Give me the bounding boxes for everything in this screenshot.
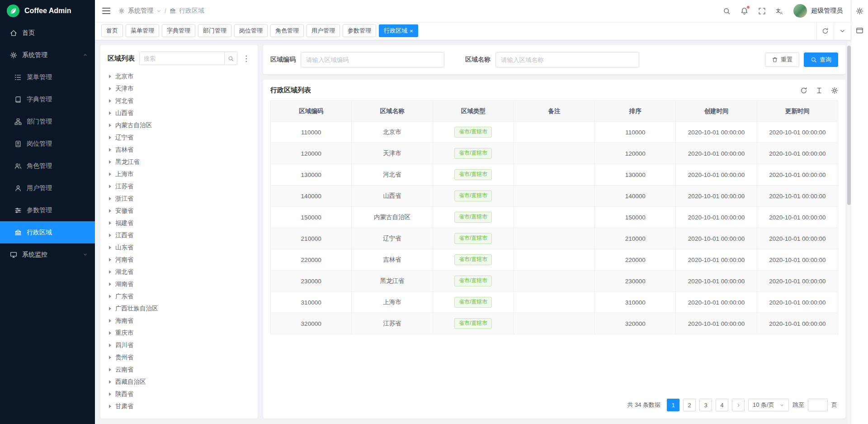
- translate-icon[interactable]: 文A: [776, 7, 783, 15]
- next-page-button[interactable]: [732, 399, 745, 411]
- caret-right-icon[interactable]: [109, 282, 111, 286]
- page-button[interactable]: 2: [683, 399, 696, 411]
- search-icon[interactable]: [224, 52, 237, 65]
- table-row[interactable]: 130000 河北省 省市/直辖市 130000 2020-10-01 00:0…: [271, 164, 838, 186]
- caret-right-icon[interactable]: [109, 258, 111, 262]
- tree-node[interactable]: 上海市: [108, 168, 250, 180]
- app-logo[interactable]: Coffee Admin: [0, 0, 95, 22]
- bell-icon[interactable]: [741, 7, 748, 15]
- page-button[interactable]: 1: [667, 399, 679, 411]
- view-tab[interactable]: 行政区域 ×: [379, 24, 418, 37]
- caret-right-icon[interactable]: [109, 111, 111, 115]
- tree-node[interactable]: 重庆市: [108, 327, 250, 339]
- tree-node[interactable]: 安徽省: [108, 205, 250, 217]
- sidebar-subitem[interactable]: 菜单管理: [0, 66, 95, 88]
- table-row[interactable]: 230000 黑龙江省 省市/直辖市 230000 2020-10-01 00:…: [271, 271, 838, 292]
- caret-right-icon[interactable]: [109, 75, 111, 78]
- user-menu[interactable]: 超级管理员: [793, 4, 843, 18]
- tree-node[interactable]: 河南省: [108, 253, 250, 266]
- view-tab[interactable]: 部门管理: [198, 24, 231, 37]
- caret-right-icon[interactable]: [109, 124, 111, 127]
- caret-right-icon[interactable]: [109, 172, 111, 176]
- region-code-input[interactable]: [301, 52, 444, 67]
- caret-right-icon[interactable]: [109, 233, 111, 237]
- chevron-down-icon[interactable]: [834, 22, 851, 40]
- tree-node[interactable]: 天津市: [108, 82, 250, 95]
- tree-node[interactable]: 河北省: [108, 95, 250, 107]
- close-icon[interactable]: ×: [410, 28, 413, 34]
- caret-right-icon[interactable]: [109, 295, 111, 298]
- table-row[interactable]: 140000 山西省 省市/直辖市 140000 2020-10-01 00:0…: [271, 186, 838, 207]
- page-size-select[interactable]: 10 条/页: [748, 399, 789, 411]
- table-row[interactable]: 320000 江苏省 省市/直辖市 320000 2020-10-01 00:0…: [271, 313, 838, 334]
- tree-node[interactable]: 湖南省: [108, 278, 250, 290]
- caret-right-icon[interactable]: [109, 307, 111, 310]
- gear-icon[interactable]: [831, 87, 838, 94]
- caret-right-icon[interactable]: [109, 270, 111, 274]
- caret-right-icon[interactable]: [109, 160, 111, 164]
- sidebar-group-system[interactable]: 系统管理: [0, 44, 95, 66]
- tree-node[interactable]: 浙江省: [108, 192, 250, 205]
- gear-icon[interactable]: [856, 7, 863, 15]
- caret-right-icon[interactable]: [109, 331, 111, 335]
- sidebar-subitem[interactable]: 行政区域: [0, 221, 95, 243]
- tree-node[interactable]: 湖北省: [108, 266, 250, 278]
- chevron-down-icon[interactable]: [156, 9, 161, 14]
- density-icon[interactable]: [816, 87, 823, 94]
- tree-node[interactable]: 海南省: [108, 314, 250, 327]
- tree-search-input[interactable]: [140, 55, 224, 62]
- sidebar-subitem[interactable]: 用户管理: [0, 177, 95, 199]
- caret-right-icon[interactable]: [109, 343, 111, 347]
- caret-right-icon[interactable]: [109, 356, 111, 359]
- caret-right-icon[interactable]: [109, 136, 111, 139]
- caret-right-icon[interactable]: [109, 209, 111, 213]
- tree-node[interactable]: 辽宁省: [108, 131, 250, 143]
- caret-right-icon[interactable]: [109, 99, 111, 103]
- avatar[interactable]: [793, 4, 807, 18]
- tree-node[interactable]: 甘肃省: [108, 400, 250, 412]
- tree-node[interactable]: 福建省: [108, 217, 250, 229]
- caret-right-icon[interactable]: [109, 197, 111, 200]
- screen-icon[interactable]: [856, 27, 863, 34]
- caret-right-icon[interactable]: [109, 368, 111, 372]
- caret-right-icon[interactable]: [109, 392, 111, 396]
- tree-node[interactable]: 云南省: [108, 363, 250, 376]
- sidebar-subitem[interactable]: 角色管理: [0, 155, 95, 177]
- table-row[interactable]: 310000 上海市 省市/直辖市 310000 2020-10-01 00:0…: [271, 292, 838, 313]
- view-tab[interactable]: 参数管理: [343, 24, 376, 37]
- view-tab[interactable]: 首页: [101, 24, 123, 37]
- table-row[interactable]: 110000 北京市 省市/直辖市 110000 2020-10-01 00:0…: [271, 122, 838, 143]
- caret-right-icon[interactable]: [109, 319, 111, 323]
- caret-right-icon[interactable]: [109, 380, 111, 384]
- caret-right-icon[interactable]: [109, 405, 111, 408]
- sidebar-subitem[interactable]: 参数管理: [0, 199, 95, 221]
- table-row[interactable]: 220000 吉林省 省市/直辖市 220000 2020-10-01 00:0…: [271, 249, 838, 271]
- tree-node[interactable]: 广东省: [108, 290, 250, 302]
- caret-right-icon[interactable]: [109, 148, 111, 152]
- tree-node[interactable]: 广西壮族自治区: [108, 302, 250, 314]
- table-row[interactable]: 120000 天津市 省市/直辖市 120000 2020-10-01 00:0…: [271, 143, 838, 164]
- sidebar-subitem[interactable]: 岗位管理: [0, 133, 95, 155]
- fullscreen-icon[interactable]: [758, 7, 766, 15]
- tree-node[interactable]: 贵州省: [108, 351, 250, 363]
- sidebar-subitem[interactable]: 字典管理: [0, 88, 95, 110]
- scrollbar[interactable]: [847, 42, 851, 424]
- tree-node[interactable]: 江西省: [108, 229, 250, 241]
- sidebar-group-monitor[interactable]: 系统监控: [0, 243, 95, 266]
- caret-right-icon[interactable]: [109, 221, 111, 225]
- view-tab[interactable]: 用户管理: [307, 24, 340, 37]
- tree-node[interactable]: 江苏省: [108, 180, 250, 192]
- tree-node[interactable]: 内蒙古自治区: [108, 119, 250, 131]
- view-tab[interactable]: 菜单管理: [126, 24, 159, 37]
- caret-right-icon[interactable]: [109, 185, 111, 188]
- hamburger-icon[interactable]: [102, 8, 110, 14]
- tree-node[interactable]: 四川省: [108, 339, 250, 351]
- table-row[interactable]: 210000 辽宁省 省市/直辖市 210000 2020-10-01 00:0…: [271, 228, 838, 249]
- more-options-icon[interactable]: ⋮: [242, 55, 250, 62]
- caret-right-icon[interactable]: [109, 246, 111, 249]
- table-row[interactable]: 150000 内蒙古自治区 省市/直辖市 150000 2020-10-01 0…: [271, 207, 838, 228]
- breadcrumb-level1[interactable]: 系统管理: [128, 7, 153, 15]
- tree-node[interactable]: 黑龙江省: [108, 156, 250, 168]
- jump-page-input[interactable]: [808, 399, 828, 411]
- tree-node[interactable]: 山西省: [108, 107, 250, 119]
